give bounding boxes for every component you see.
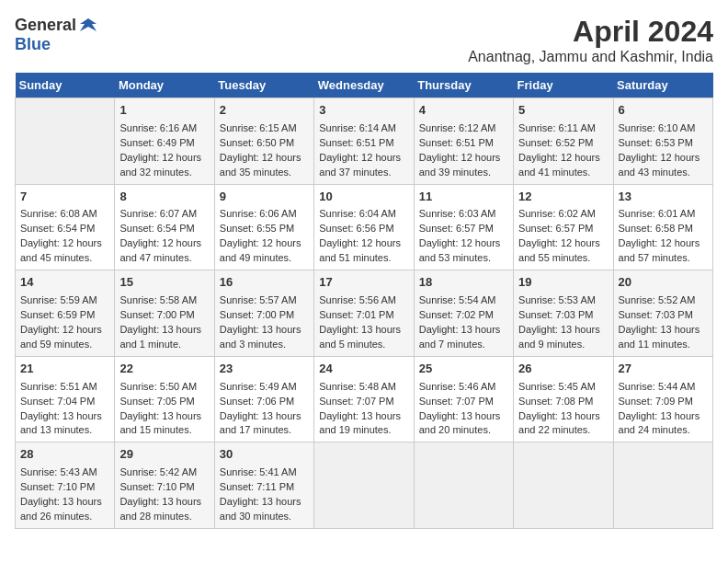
calendar-cell: 12Sunrise: 6:02 AMSunset: 6:57 PMDayligh… [514,184,613,270]
cell-data-line: Sunrise: 6:02 AM [518,207,608,222]
calendar-header-row: SundayMondayTuesdayWednesdayThursdayFrid… [16,73,713,98]
calendar-cell: 30Sunrise: 5:41 AMSunset: 7:11 PMDayligh… [214,442,313,529]
calendar-week-row: 28Sunrise: 5:43 AMSunset: 7:10 PMDayligh… [16,442,713,529]
cell-data-line: Sunrise: 6:14 AM [319,121,408,136]
calendar-cell: 20Sunrise: 5:52 AMSunset: 7:03 PMDayligh… [613,270,712,357]
calendar-week-row: 14Sunrise: 5:59 AMSunset: 6:59 PMDayligh… [16,270,713,357]
calendar-cell: 13Sunrise: 6:01 AMSunset: 6:58 PMDayligh… [613,184,712,270]
cell-data-line: Sunset: 7:08 PM [518,395,608,409]
cell-data-line: Daylight: 13 hours and 28 minutes. [119,495,209,524]
cell-data-line: Daylight: 13 hours and 15 minutes. [119,409,209,439]
month-title: April 2024 [468,15,713,49]
cell-data-line: Sunset: 6:54 PM [20,222,109,236]
calendar-cell: 7Sunrise: 6:08 AMSunset: 6:54 PMDaylight… [16,184,115,270]
calendar-cell: 16Sunrise: 5:57 AMSunset: 7:00 PMDayligh… [214,270,313,357]
day-number: 23 [220,361,309,378]
calendar-cell: 3Sunrise: 6:14 AMSunset: 6:51 PMDaylight… [314,98,414,185]
day-number: 24 [319,361,408,378]
logo-general-text: General [15,16,76,35]
day-number: 7 [20,189,109,206]
cell-data-line: Daylight: 13 hours and 1 minute. [119,323,209,352]
cell-data-line: Daylight: 13 hours and 9 minutes. [518,323,608,352]
calendar-cell: 2Sunrise: 6:15 AMSunset: 6:50 PMDaylight… [214,98,313,185]
cell-data-line: Sunrise: 6:15 AM [220,121,309,136]
cell-data-line: Sunset: 7:00 PM [220,308,309,323]
cell-data-line: Daylight: 13 hours and 13 minutes. [20,409,109,439]
cell-data-line: Sunrise: 5:53 AM [518,293,608,308]
calendar-cell: 1Sunrise: 6:16 AMSunset: 6:49 PMDaylight… [115,98,214,185]
cell-data-line: Daylight: 12 hours and 47 minutes. [119,236,209,266]
calendar-cell: 9Sunrise: 6:06 AMSunset: 6:55 PMDaylight… [214,184,313,270]
cell-data-line: Daylight: 13 hours and 5 minutes. [319,323,408,352]
calendar-cell: 4Sunrise: 6:12 AMSunset: 6:51 PMDaylight… [414,98,513,185]
cell-data-line: Daylight: 12 hours and 37 minutes. [319,151,408,180]
cell-data-line: Sunset: 7:03 PM [518,308,608,323]
cell-data-line: Daylight: 12 hours and 59 minutes. [20,323,109,352]
cell-data-line: Sunset: 6:56 PM [319,222,408,236]
header: General Blue April 2024 Anantnag, Jammu … [15,15,713,65]
calendar-cell: 10Sunrise: 6:04 AMSunset: 6:56 PMDayligh… [314,184,414,270]
calendar-cell: 25Sunrise: 5:46 AMSunset: 7:07 PMDayligh… [414,356,513,442]
calendar-cell: 27Sunrise: 5:44 AMSunset: 7:09 PMDayligh… [613,356,712,442]
title-area: April 2024 Anantnag, Jammu and Kashmir, … [468,15,713,65]
cell-data-line: Sunrise: 6:10 AM [619,121,708,136]
calendar-week-row: 1Sunrise: 6:16 AMSunset: 6:49 PMDaylight… [16,98,713,185]
cell-data-line: Daylight: 13 hours and 17 minutes. [220,409,309,439]
cell-data-line: Daylight: 12 hours and 39 minutes. [419,151,508,180]
cell-data-line: Sunset: 6:51 PM [319,136,408,151]
cell-data-line: Daylight: 12 hours and 45 minutes. [20,236,109,266]
calendar-week-row: 7Sunrise: 6:08 AMSunset: 6:54 PMDaylight… [16,184,713,270]
day-number: 26 [518,361,608,378]
calendar-cell: 29Sunrise: 5:42 AMSunset: 7:10 PMDayligh… [115,442,214,529]
cell-data-line: Sunrise: 6:06 AM [220,207,309,222]
cell-data-line: Daylight: 13 hours and 26 minutes. [20,495,109,524]
cell-data-line: Daylight: 13 hours and 11 minutes. [619,323,708,352]
day-of-week-header: Tuesday [214,73,313,98]
calendar-cell [514,442,613,529]
calendar-cell: 21Sunrise: 5:51 AMSunset: 7:04 PMDayligh… [16,356,115,442]
cell-data-line: Sunrise: 5:52 AM [619,293,708,308]
cell-data-line: Sunrise: 5:50 AM [119,380,209,395]
cell-data-line: Sunrise: 6:11 AM [518,121,608,136]
cell-data-line: Sunset: 7:01 PM [319,308,408,323]
day-number: 2 [220,102,309,120]
day-number: 29 [119,446,209,464]
cell-data-line: Sunset: 7:04 PM [20,395,109,409]
cell-data-line: Sunrise: 5:44 AM [619,380,708,395]
cell-data-line: Sunset: 7:07 PM [419,395,508,409]
cell-data-line: Sunset: 6:57 PM [518,222,608,236]
calendar-cell: 23Sunrise: 5:49 AMSunset: 7:06 PMDayligh… [214,356,313,442]
cell-data-line: Sunset: 7:03 PM [619,308,708,323]
cell-data-line: Sunset: 7:05 PM [119,395,209,409]
day-number: 8 [119,189,209,206]
cell-data-line: Sunset: 6:51 PM [419,136,508,151]
logo-bird-icon [78,15,98,35]
cell-data-line: Sunset: 7:07 PM [319,395,408,409]
cell-data-line: Sunrise: 5:56 AM [319,293,408,308]
cell-data-line: Daylight: 13 hours and 22 minutes. [518,409,608,439]
calendar-cell: 19Sunrise: 5:53 AMSunset: 7:03 PMDayligh… [514,270,613,357]
day-number: 18 [419,274,508,292]
cell-data-line: Sunrise: 6:16 AM [119,121,209,136]
day-number: 3 [319,102,408,120]
cell-data-line: Daylight: 12 hours and 35 minutes. [220,151,309,180]
day-number: 28 [20,446,109,464]
cell-data-line: Sunset: 7:09 PM [619,395,708,409]
cell-data-line: Daylight: 12 hours and 51 minutes. [319,236,408,266]
cell-data-line: Sunrise: 5:45 AM [518,380,608,395]
cell-data-line: Sunset: 6:50 PM [220,136,309,151]
day-number: 12 [518,189,608,206]
cell-data-line: Sunset: 7:00 PM [119,308,209,323]
calendar-cell: 11Sunrise: 6:03 AMSunset: 6:57 PMDayligh… [414,184,513,270]
day-number: 14 [20,274,109,292]
calendar-cell: 17Sunrise: 5:56 AMSunset: 7:01 PMDayligh… [314,270,414,357]
location-title: Anantnag, Jammu and Kashmir, India [468,49,713,65]
calendar-cell: 18Sunrise: 5:54 AMSunset: 7:02 PMDayligh… [414,270,513,357]
calendar-table: SundayMondayTuesdayWednesdayThursdayFrid… [15,73,713,529]
cell-data-line: Daylight: 12 hours and 43 minutes. [619,151,708,180]
cell-data-line: Sunrise: 5:43 AM [20,465,109,480]
cell-data-line: Sunrise: 5:59 AM [20,293,109,308]
calendar-cell: 15Sunrise: 5:58 AMSunset: 7:00 PMDayligh… [115,270,214,357]
cell-data-line: Sunset: 7:10 PM [20,480,109,495]
day-number: 19 [518,274,608,292]
